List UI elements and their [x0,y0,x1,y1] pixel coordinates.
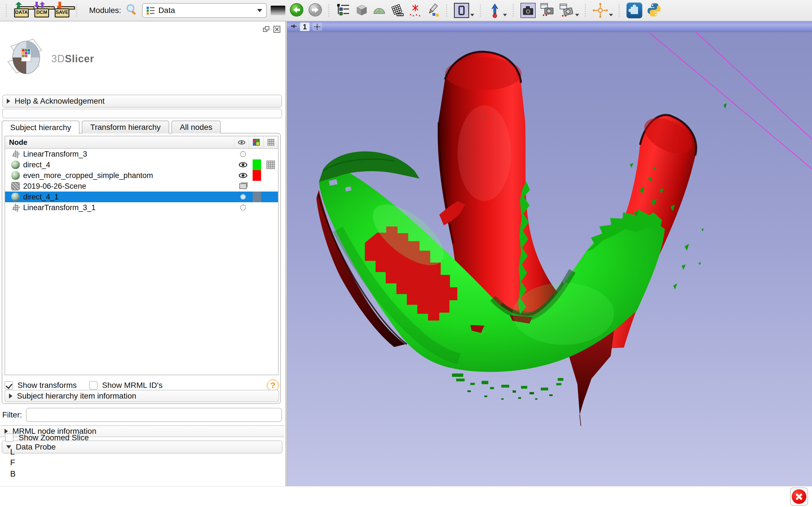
error-log-button[interactable] [790,488,808,506]
scene-view-camera-icon [540,2,555,17]
tree-row[interactable]: even_more_cropped_simple_phantom [5,170,278,181]
toolbar-drag-handle[interactable] [76,4,79,17]
forward-arrow-icon [308,3,322,17]
mouse-interaction-mode-button[interactable] [488,3,507,18]
save-button[interactable]: SAVE [54,2,70,18]
tree-row[interactable]: direct_4 [5,159,278,170]
tab-subject-hierarchy[interactable]: Subject hierarchy [2,121,80,134]
scenecam-icon [239,183,247,189]
color-cell[interactable] [250,149,263,159]
slicer-logo: 3DSlicer [5,35,94,80]
layout-icon [454,3,469,18]
visibility-toggle[interactable] [236,159,250,170]
transform-cell[interactable] [263,202,278,213]
visibility-toggle[interactable] [236,181,250,191]
transform-column-header[interactable] [263,136,278,148]
module-selector[interactable]: Data [142,3,267,18]
error-icon [792,489,806,504]
visibility-toggle[interactable] [236,149,250,159]
color-cell[interactable] [250,202,263,213]
data-probe-section[interactable]: Data Probe [2,441,283,453]
tree-row[interactable]: 2019-06-26-Scene [5,181,278,191]
dicom-button[interactable]: DCM [34,2,50,18]
transform-cell[interactable] [263,170,278,181]
color-cell[interactable] [250,170,263,181]
tree-row[interactable]: LinearTransform_3_1 [5,202,278,213]
transform-cell[interactable] [263,149,278,159]
toolbar-drag-handle[interactable] [585,4,587,17]
visibility-column-header[interactable] [234,136,249,148]
transforms-module-button[interactable] [390,3,404,18]
save-folder-icon: SAVE [54,2,70,18]
layout-selector-button[interactable] [454,3,474,18]
show-zoomed-slice-checkbox[interactable] [5,434,13,442]
color-palette-icon [253,139,260,146]
subject-item-info-section[interactable]: Subject hierarchy item information [4,390,279,402]
tree-row[interactable]: direct_4_1 [5,191,278,202]
visibility-toggle[interactable] [236,170,250,181]
transform-mesh-icon [390,3,404,17]
threed-render-area[interactable] [287,32,812,486]
node-label: LinearTransform_3 [23,150,236,159]
load-data-button[interactable]: DATA [13,2,30,18]
eye-icon [238,140,245,145]
subject-item-info-label: Subject hierarchy item information [17,392,136,400]
transform-node-icon [11,150,20,158]
toolbar-drag-handle[interactable] [619,4,621,17]
color-cell[interactable] [250,159,263,170]
scene-view-restore-button[interactable] [559,3,579,18]
module-finder-button[interactable] [125,3,138,17]
transform-cell[interactable] [263,181,278,191]
scene-view-capture-button[interactable] [540,2,555,18]
close-panel-button[interactable] [273,25,281,33]
model-node-icon [11,171,20,180]
view-number-badge[interactable]: 1 [300,22,310,31]
transform-cell[interactable] [263,191,278,202]
undock-panel-button[interactable] [262,25,270,33]
forward-button[interactable] [308,3,322,18]
visibility-toggle[interactable] [236,202,250,213]
toolbar-drag-handle[interactable] [6,4,8,17]
crosshair-button[interactable] [593,3,613,18]
tab-transform-hierarchy[interactable]: Transform hierarchy [82,121,169,133]
models-module-button[interactable] [372,3,386,18]
toolbar-drag-handle[interactable] [446,4,448,17]
segment-editor-button[interactable] [426,3,441,18]
color-cell[interactable] [250,181,263,191]
view-center-button[interactable] [312,22,322,31]
markups-module-button[interactable] [408,3,422,18]
show-mrml-ids-checkbox[interactable] [89,381,98,390]
module-history-button[interactable] [271,6,285,15]
volume-cube-icon [354,3,368,17]
help-acknowledgement-section[interactable]: Help & Acknowledgement [2,95,282,108]
slicer-window: DATA DCM SAVE Modules: [0,0,812,507]
pin-icon[interactable] [290,23,297,31]
purple-down-arrow-icon [34,2,40,8]
tree-row[interactable]: LinearTransform_3 [5,149,278,159]
red-fiducials-icon [408,3,422,17]
visibility-toggle[interactable] [236,191,250,202]
slice-line-icon [696,32,812,139]
toolbar-drag-handle[interactable] [328,4,331,17]
toolbar-drag-handle[interactable] [480,4,482,17]
tree-header: Node [5,136,278,149]
extensions-manager-button[interactable] [626,3,642,18]
back-button[interactable] [289,3,304,18]
subject-hierarchy-box: Node LinearTransform_3direct_4even_more_… [2,133,281,404]
volumes-module-button[interactable] [354,3,368,18]
color-column-header[interactable] [249,136,263,148]
transform-cell[interactable] [263,159,278,170]
module-selector-value: Data [158,6,254,15]
toolbar-drag-handle[interactable] [513,4,515,17]
python-console-button[interactable] [646,2,662,19]
tab-all-nodes[interactable]: All nodes [171,121,221,133]
filter-input[interactable] [26,408,282,422]
subject-hierarchy-module-button[interactable] [336,3,350,18]
color-cell[interactable] [250,191,263,202]
dot-icon [240,194,246,200]
transform-node-icon [11,203,20,212]
show-transforms-checkbox[interactable] [4,381,13,390]
screenshot-button[interactable] [520,3,536,18]
slicer-logo-icon [5,35,47,80]
modules-label: Modules: [89,6,121,15]
